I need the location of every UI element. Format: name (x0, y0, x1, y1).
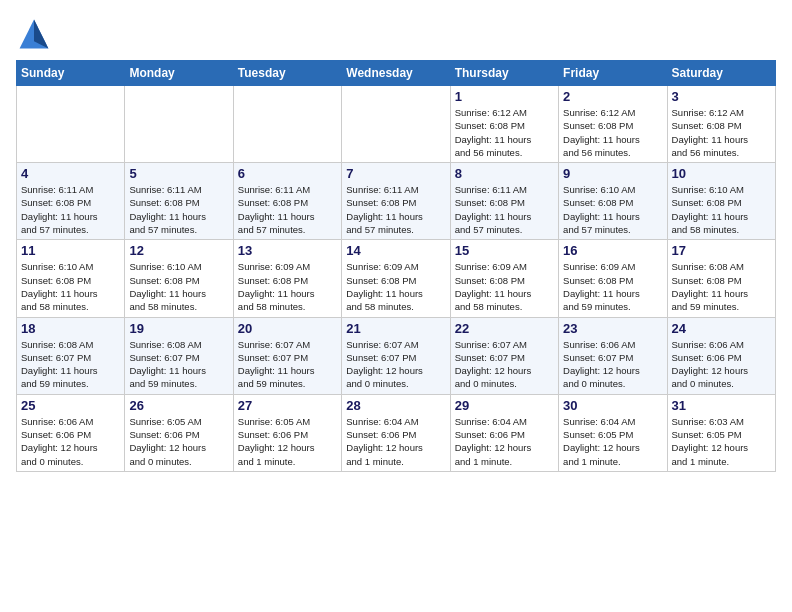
calendar-day-cell: 18Sunrise: 6:08 AM Sunset: 6:07 PM Dayli… (17, 317, 125, 394)
day-number: 30 (563, 398, 662, 413)
day-info: Sunrise: 6:04 AM Sunset: 6:06 PM Dayligh… (455, 415, 554, 468)
day-info: Sunrise: 6:07 AM Sunset: 6:07 PM Dayligh… (238, 338, 337, 391)
weekday-header: Friday (559, 61, 667, 86)
weekday-header: Thursday (450, 61, 558, 86)
day-number: 29 (455, 398, 554, 413)
day-info: Sunrise: 6:10 AM Sunset: 6:08 PM Dayligh… (563, 183, 662, 236)
calendar-day-cell: 14Sunrise: 6:09 AM Sunset: 6:08 PM Dayli… (342, 240, 450, 317)
calendar-table: SundayMondayTuesdayWednesdayThursdayFrid… (16, 60, 776, 472)
calendar-week-row: 1Sunrise: 6:12 AM Sunset: 6:08 PM Daylig… (17, 86, 776, 163)
day-info: Sunrise: 6:12 AM Sunset: 6:08 PM Dayligh… (455, 106, 554, 159)
calendar-day-cell: 11Sunrise: 6:10 AM Sunset: 6:08 PM Dayli… (17, 240, 125, 317)
day-info: Sunrise: 6:06 AM Sunset: 6:07 PM Dayligh… (563, 338, 662, 391)
day-info: Sunrise: 6:04 AM Sunset: 6:05 PM Dayligh… (563, 415, 662, 468)
day-info: Sunrise: 6:08 AM Sunset: 6:08 PM Dayligh… (672, 260, 771, 313)
weekday-header: Saturday (667, 61, 775, 86)
calendar-day-cell (125, 86, 233, 163)
calendar-week-row: 11Sunrise: 6:10 AM Sunset: 6:08 PM Dayli… (17, 240, 776, 317)
day-number: 12 (129, 243, 228, 258)
day-number: 31 (672, 398, 771, 413)
calendar-day-cell: 25Sunrise: 6:06 AM Sunset: 6:06 PM Dayli… (17, 394, 125, 471)
day-number: 26 (129, 398, 228, 413)
day-info: Sunrise: 6:08 AM Sunset: 6:07 PM Dayligh… (21, 338, 120, 391)
day-number: 13 (238, 243, 337, 258)
day-number: 5 (129, 166, 228, 181)
calendar-day-cell: 16Sunrise: 6:09 AM Sunset: 6:08 PM Dayli… (559, 240, 667, 317)
calendar-day-cell: 19Sunrise: 6:08 AM Sunset: 6:07 PM Dayli… (125, 317, 233, 394)
calendar-day-cell: 29Sunrise: 6:04 AM Sunset: 6:06 PM Dayli… (450, 394, 558, 471)
day-info: Sunrise: 6:11 AM Sunset: 6:08 PM Dayligh… (238, 183, 337, 236)
day-info: Sunrise: 6:03 AM Sunset: 6:05 PM Dayligh… (672, 415, 771, 468)
day-info: Sunrise: 6:11 AM Sunset: 6:08 PM Dayligh… (21, 183, 120, 236)
calendar-day-cell: 22Sunrise: 6:07 AM Sunset: 6:07 PM Dayli… (450, 317, 558, 394)
calendar-day-cell: 12Sunrise: 6:10 AM Sunset: 6:08 PM Dayli… (125, 240, 233, 317)
calendar-day-cell: 10Sunrise: 6:10 AM Sunset: 6:08 PM Dayli… (667, 163, 775, 240)
day-number: 10 (672, 166, 771, 181)
day-info: Sunrise: 6:07 AM Sunset: 6:07 PM Dayligh… (346, 338, 445, 391)
day-info: Sunrise: 6:08 AM Sunset: 6:07 PM Dayligh… (129, 338, 228, 391)
day-info: Sunrise: 6:11 AM Sunset: 6:08 PM Dayligh… (455, 183, 554, 236)
day-number: 20 (238, 321, 337, 336)
day-number: 11 (21, 243, 120, 258)
weekday-header: Sunday (17, 61, 125, 86)
day-number: 16 (563, 243, 662, 258)
day-info: Sunrise: 6:09 AM Sunset: 6:08 PM Dayligh… (455, 260, 554, 313)
logo (16, 16, 56, 52)
day-info: Sunrise: 6:11 AM Sunset: 6:08 PM Dayligh… (346, 183, 445, 236)
calendar-header-row: SundayMondayTuesdayWednesdayThursdayFrid… (17, 61, 776, 86)
day-number: 22 (455, 321, 554, 336)
day-number: 14 (346, 243, 445, 258)
day-info: Sunrise: 6:09 AM Sunset: 6:08 PM Dayligh… (238, 260, 337, 313)
day-info: Sunrise: 6:04 AM Sunset: 6:06 PM Dayligh… (346, 415, 445, 468)
day-number: 9 (563, 166, 662, 181)
day-number: 7 (346, 166, 445, 181)
day-info: Sunrise: 6:10 AM Sunset: 6:08 PM Dayligh… (129, 260, 228, 313)
day-info: Sunrise: 6:10 AM Sunset: 6:08 PM Dayligh… (21, 260, 120, 313)
day-number: 6 (238, 166, 337, 181)
day-number: 28 (346, 398, 445, 413)
day-number: 24 (672, 321, 771, 336)
day-number: 27 (238, 398, 337, 413)
calendar-day-cell: 21Sunrise: 6:07 AM Sunset: 6:07 PM Dayli… (342, 317, 450, 394)
calendar-week-row: 18Sunrise: 6:08 AM Sunset: 6:07 PM Dayli… (17, 317, 776, 394)
calendar-day-cell: 23Sunrise: 6:06 AM Sunset: 6:07 PM Dayli… (559, 317, 667, 394)
page-header (16, 16, 776, 52)
day-number: 2 (563, 89, 662, 104)
day-number: 17 (672, 243, 771, 258)
calendar-week-row: 4Sunrise: 6:11 AM Sunset: 6:08 PM Daylig… (17, 163, 776, 240)
day-number: 1 (455, 89, 554, 104)
calendar-day-cell (342, 86, 450, 163)
logo-icon (16, 16, 52, 52)
calendar-day-cell: 6Sunrise: 6:11 AM Sunset: 6:08 PM Daylig… (233, 163, 341, 240)
day-info: Sunrise: 6:05 AM Sunset: 6:06 PM Dayligh… (129, 415, 228, 468)
day-info: Sunrise: 6:10 AM Sunset: 6:08 PM Dayligh… (672, 183, 771, 236)
day-number: 25 (21, 398, 120, 413)
day-info: Sunrise: 6:09 AM Sunset: 6:08 PM Dayligh… (346, 260, 445, 313)
day-number: 21 (346, 321, 445, 336)
calendar-day-cell: 20Sunrise: 6:07 AM Sunset: 6:07 PM Dayli… (233, 317, 341, 394)
calendar-day-cell: 2Sunrise: 6:12 AM Sunset: 6:08 PM Daylig… (559, 86, 667, 163)
calendar-day-cell: 8Sunrise: 6:11 AM Sunset: 6:08 PM Daylig… (450, 163, 558, 240)
calendar-day-cell: 24Sunrise: 6:06 AM Sunset: 6:06 PM Dayli… (667, 317, 775, 394)
calendar-day-cell: 17Sunrise: 6:08 AM Sunset: 6:08 PM Dayli… (667, 240, 775, 317)
calendar-day-cell: 30Sunrise: 6:04 AM Sunset: 6:05 PM Dayli… (559, 394, 667, 471)
day-number: 3 (672, 89, 771, 104)
calendar-day-cell: 15Sunrise: 6:09 AM Sunset: 6:08 PM Dayli… (450, 240, 558, 317)
weekday-header: Monday (125, 61, 233, 86)
day-info: Sunrise: 6:07 AM Sunset: 6:07 PM Dayligh… (455, 338, 554, 391)
day-info: Sunrise: 6:09 AM Sunset: 6:08 PM Dayligh… (563, 260, 662, 313)
calendar-day-cell: 27Sunrise: 6:05 AM Sunset: 6:06 PM Dayli… (233, 394, 341, 471)
day-info: Sunrise: 6:05 AM Sunset: 6:06 PM Dayligh… (238, 415, 337, 468)
weekday-header: Tuesday (233, 61, 341, 86)
calendar-day-cell: 7Sunrise: 6:11 AM Sunset: 6:08 PM Daylig… (342, 163, 450, 240)
day-number: 18 (21, 321, 120, 336)
day-info: Sunrise: 6:06 AM Sunset: 6:06 PM Dayligh… (21, 415, 120, 468)
day-number: 19 (129, 321, 228, 336)
calendar-day-cell: 1Sunrise: 6:12 AM Sunset: 6:08 PM Daylig… (450, 86, 558, 163)
calendar-day-cell: 5Sunrise: 6:11 AM Sunset: 6:08 PM Daylig… (125, 163, 233, 240)
day-info: Sunrise: 6:12 AM Sunset: 6:08 PM Dayligh… (672, 106, 771, 159)
calendar-day-cell: 13Sunrise: 6:09 AM Sunset: 6:08 PM Dayli… (233, 240, 341, 317)
day-number: 23 (563, 321, 662, 336)
day-number: 15 (455, 243, 554, 258)
calendar-day-cell: 26Sunrise: 6:05 AM Sunset: 6:06 PM Dayli… (125, 394, 233, 471)
